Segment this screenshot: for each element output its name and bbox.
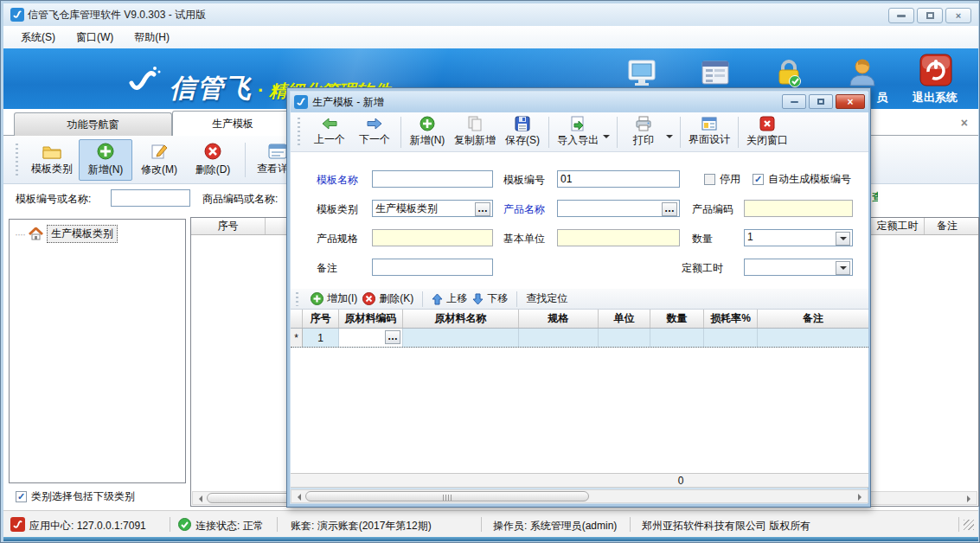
add-button[interactable]: 新增(N) <box>79 139 132 181</box>
grid-remove-button[interactable]: 删除(K) <box>362 291 413 306</box>
tab-nav-panel[interactable]: 功能导航窗 <box>14 112 172 136</box>
template-no-input[interactable] <box>557 170 680 188</box>
dialog-form: 模板名称 模板编号 ✓ 停用 ✓ 自动生成模板编号 模板类别 生产模板类别 … … <box>291 152 868 289</box>
maximize-icon <box>817 99 824 105</box>
dropdown-arrow-icon[interactable] <box>836 261 850 275</box>
material-row[interactable]: * 1 … <box>291 329 868 348</box>
app-window: 信管飞仓库管理软件 V9.0.303 - 试用版 × 系统(S) 窗口(W) 帮… <box>0 0 980 543</box>
cell-remark[interactable] <box>758 329 868 347</box>
materials-grid-header: 序号 原材料编码 原材料名称 规格 单位 数量 损耗率% 备注 <box>291 310 868 329</box>
brand-name: 信管飞 <box>170 71 253 106</box>
minimize-icon <box>897 15 906 17</box>
column-header-seq[interactable]: 序号 <box>191 218 266 234</box>
forms-button[interactable] <box>698 55 733 90</box>
scroll-left-icon[interactable] <box>195 495 202 502</box>
close-button[interactable]: × <box>945 8 971 23</box>
delete-button[interactable]: 删除(D) <box>186 139 240 181</box>
operator-button[interactable] <box>845 55 880 90</box>
edit-button[interactable]: 修改(M) <box>132 139 186 181</box>
scroll-right-icon[interactable] <box>858 494 865 501</box>
scroll-left-icon[interactable] <box>294 494 301 501</box>
copy-add-button[interactable]: 复制新增 <box>450 114 500 150</box>
operator-label-partial: 员 <box>876 90 887 105</box>
grid-add-button[interactable]: 增加(I) <box>311 291 357 306</box>
close-window-icon <box>759 116 775 131</box>
tab-close-icon[interactable]: × <box>961 116 968 130</box>
dialog-close-button[interactable]: × <box>836 94 865 109</box>
lookup-ellipsis-button[interactable]: … <box>475 202 490 216</box>
column-header-quota-hours[interactable]: 定额工时 <box>871 218 925 234</box>
dialog-maximize-button[interactable] <box>809 94 833 109</box>
button-label: 增加(I) <box>327 291 357 306</box>
col-unit[interactable]: 单位 <box>599 310 650 328</box>
import-export-button[interactable]: 导入导出 <box>553 114 603 150</box>
quota-hours-combo[interactable] <box>744 259 853 276</box>
button-label: 修改(M) <box>141 163 177 177</box>
button-label: 下移 <box>487 291 508 306</box>
lookup-ellipsis-button[interactable]: … <box>662 202 677 216</box>
disabled-checkbox[interactable]: ✓ 停用 <box>704 172 740 187</box>
print-button[interactable]: 打印 <box>621 114 666 150</box>
lock-button[interactable] <box>772 55 806 90</box>
tree-root-label: 生产模板类别 <box>47 225 118 243</box>
dialog-hscrollbar[interactable] <box>291 489 868 503</box>
search-button-partial[interactable]: 查询 <box>872 190 878 204</box>
cell-quantity[interactable] <box>650 329 704 347</box>
col-remark[interactable]: 备注 <box>758 310 868 328</box>
move-up-button[interactable]: 上移 <box>432 291 467 306</box>
menu-help[interactable]: 帮助(H) <box>125 28 178 48</box>
col-loss-rate[interactable]: 损耗率% <box>704 310 758 328</box>
quantity-combo[interactable]: 1 <box>744 229 853 246</box>
cell-material-code[interactable]: … <box>339 329 403 347</box>
include-subcategory-option[interactable]: ✓ 类别选择包括下级类别 <box>16 489 135 504</box>
remark-input[interactable] <box>372 259 493 276</box>
dialog-add-button[interactable]: 新增(N) <box>405 114 450 150</box>
quota-hours-label: 定额工时 <box>682 261 723 276</box>
resize-grip[interactable] <box>964 520 974 530</box>
lookup-ellipsis-button[interactable]: … <box>385 330 400 344</box>
button-label: 复制新增 <box>454 133 496 148</box>
dialog-minimize-button[interactable] <box>782 94 806 109</box>
next-button[interactable]: 下一个 <box>352 114 397 150</box>
save-button[interactable]: 保存(S) <box>500 114 545 150</box>
minimize-button[interactable] <box>888 8 914 23</box>
move-down-button[interactable]: 下移 <box>472 291 508 306</box>
product-name-combo[interactable]: … <box>557 200 680 217</box>
thumb-grip <box>443 495 453 501</box>
tree-root-item[interactable]: ···· 生产模板类别 <box>15 225 118 243</box>
close-window-button[interactable]: 关闭窗口 <box>742 114 792 150</box>
tab-production-template[interactable]: 生产模板 <box>172 111 293 136</box>
remote-desktop-button[interactable] <box>625 55 659 90</box>
col-seq[interactable]: 序号 <box>303 310 339 328</box>
cell-loss-rate[interactable] <box>704 329 758 347</box>
template-name-input[interactable] <box>372 170 493 188</box>
col-material-name[interactable]: 原材料名称 <box>403 310 519 328</box>
remark-label: 备注 <box>317 261 337 276</box>
dropdown-caret-icon[interactable] <box>666 135 673 142</box>
previous-button[interactable]: 上一个 <box>307 114 352 150</box>
ui-design-button[interactable]: 界面设计 <box>684 114 734 150</box>
template-filter-input[interactable] <box>111 189 190 207</box>
cell-spec[interactable] <box>519 329 599 347</box>
col-material-code[interactable]: 原材料编码 <box>339 310 403 328</box>
exit-system-button[interactable] <box>919 53 953 87</box>
scroll-thumb[interactable] <box>305 491 589 501</box>
cell-unit[interactable] <box>599 329 650 347</box>
toolbar-separator <box>548 117 549 148</box>
dropdown-arrow-icon[interactable] <box>836 232 850 246</box>
column-header-remark[interactable]: 备注 <box>925 218 978 234</box>
auto-number-checkbox[interactable]: ✓ 自动生成模板编号 <box>753 172 851 187</box>
template-category-combo[interactable]: 生产模板类别 … <box>372 200 493 217</box>
menu-window[interactable]: 窗口(W) <box>67 28 122 48</box>
menu-system[interactable]: 系统(S) <box>12 28 64 48</box>
template-category-button[interactable]: 模板类别 <box>25 139 79 181</box>
edit-icon <box>151 143 168 160</box>
find-locate-button[interactable]: 查找定位 <box>526 291 567 306</box>
dropdown-caret-icon[interactable] <box>603 135 610 142</box>
maximize-button[interactable] <box>917 8 943 23</box>
cell-material-name[interactable] <box>403 329 519 347</box>
button-label: 打印 <box>633 133 654 148</box>
col-spec[interactable]: 规格 <box>519 310 599 328</box>
col-quantity[interactable]: 数量 <box>650 310 704 328</box>
scroll-right-icon[interactable] <box>967 495 974 502</box>
